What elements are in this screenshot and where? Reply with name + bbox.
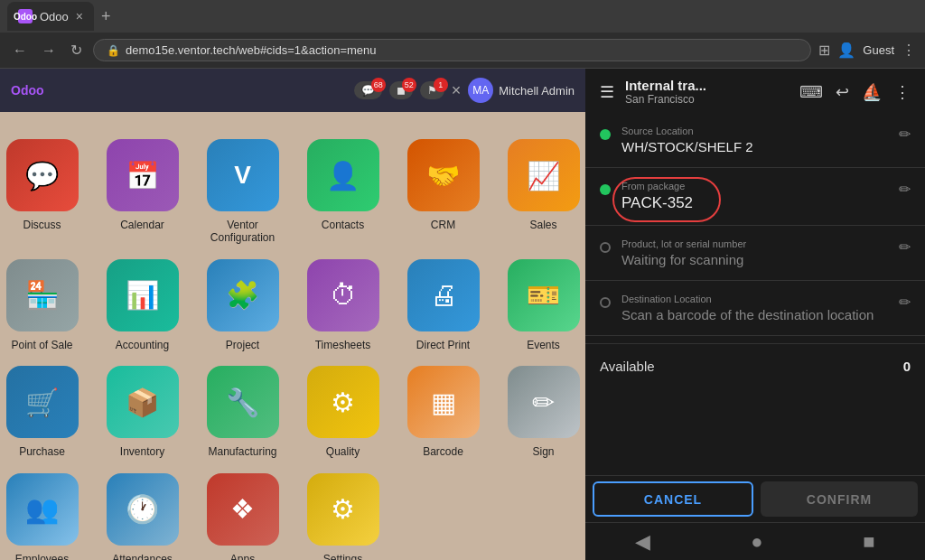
app-icon-calendar[interactable]: 📅Calendar xyxy=(99,139,185,245)
app-icon-discuss[interactable]: 💬Discuss xyxy=(0,139,85,245)
back-arrow-icon[interactable]: ↩ xyxy=(836,82,849,102)
available-row: Available 0 xyxy=(585,343,925,388)
todo-notif[interactable]: ⚑ 1 xyxy=(420,81,444,99)
todo-count: 1 xyxy=(434,78,448,92)
app-icon-accounting[interactable]: 📊Accounting xyxy=(99,259,185,351)
app-icon-purchase[interactable]: 🛒Purchase xyxy=(0,366,85,458)
app-img-project: 🧩 xyxy=(207,259,279,331)
app-icon-inventory[interactable]: 📦Inventory xyxy=(99,366,185,458)
app-icon-project[interactable]: 🧩Project xyxy=(200,259,285,351)
product-content: Product, lot or serial number Waiting fo… xyxy=(621,238,888,267)
odoo-logo: Odoo xyxy=(11,83,44,98)
app-img-manufacturing: 🔧 xyxy=(207,366,279,438)
cancel-button[interactable]: CANCEL xyxy=(593,481,753,517)
notification-area: 💬 68 ◼ 52 ⚑ 1 × MA Mitchell Admin xyxy=(354,78,575,103)
activity-notif[interactable]: ◼ 52 xyxy=(389,81,413,99)
destination-indicator xyxy=(600,297,611,308)
back-btn[interactable]: ← xyxy=(9,39,31,62)
app-label-crm: CRM xyxy=(431,219,455,231)
more-icon[interactable]: ⋮ xyxy=(894,82,911,102)
mobile-panel: ☰ Internal tra... San Francisco ⌨ ↩ ⛵ ⋮ … xyxy=(585,69,925,560)
app-icon-manufacturing[interactable]: 🔧Manufacturing xyxy=(200,366,285,458)
account-icon[interactable]: 👤 xyxy=(837,42,855,59)
app-img-contacts: 👤 xyxy=(307,139,379,211)
address-text: demo15e.ventor.tech/web#cids=1&action=me… xyxy=(126,43,377,57)
product-edit-icon[interactable]: ✏ xyxy=(899,238,911,256)
address-bar[interactable]: 🔒 demo15e.ventor.tech/web#cids=1&action=… xyxy=(93,39,811,61)
mobile-title-area: Internal tra... San Francisco xyxy=(625,78,789,106)
app-icon-sign[interactable]: ✏Sign xyxy=(500,366,585,458)
app-icon-contacts[interactable]: 👤Contacts xyxy=(300,139,386,245)
tab-title: Odoo xyxy=(40,10,69,23)
package-content: From package PACK-352 xyxy=(621,181,888,212)
app-img-sales: 📈 xyxy=(508,139,580,211)
ship-icon[interactable]: ⛵ xyxy=(862,82,882,102)
app-label-quality: Quality xyxy=(326,445,360,458)
app-img-quality: ⚙ xyxy=(307,366,379,438)
user-avatar[interactable]: MA Mitchell Admin xyxy=(468,78,575,103)
app-img-point-of-sale: 🏪 xyxy=(6,259,79,331)
app-grid-container: 💬Discuss📅CalendarVVentor Configuration👤C… xyxy=(0,112,585,560)
app-icon-direct-print[interactable]: 🖨Direct Print xyxy=(400,259,486,351)
lock-icon: 🔒 xyxy=(107,44,120,57)
app-icon-attendances[interactable]: 🕐Attendances xyxy=(99,473,185,560)
account-label: Guest xyxy=(863,43,894,57)
app-img-discuss: 💬 xyxy=(6,139,79,211)
source-content: Source Location WH/STOCK/SHELF 2 xyxy=(621,126,888,154)
odoo-tab[interactable]: Odoo Odoo × xyxy=(7,2,94,31)
mobile-content: Source Location WH/STOCK/SHELF 2 ✏ From … xyxy=(585,113,925,475)
refresh-btn[interactable]: ↻ xyxy=(67,38,86,62)
keyboard-icon[interactable]: ⌨ xyxy=(799,82,823,102)
app-img-direct-print: 🖨 xyxy=(407,259,480,331)
confirm-button[interactable]: CONFIRM xyxy=(761,481,918,517)
extensions-icon[interactable]: ⊞ xyxy=(818,42,830,59)
app-label-contacts: Contacts xyxy=(322,219,364,231)
app-icon-ventor-configuration[interactable]: VVentor Configuration xyxy=(200,139,285,245)
app-icon-barcode[interactable]: ▦Barcode xyxy=(400,366,486,458)
odoo-topbar: Odoo 💬 68 ◼ 52 ⚑ 1 × MA Mitchell Admin xyxy=(0,69,585,112)
source-indicator xyxy=(600,129,611,140)
app-img-ventor-configuration: V xyxy=(207,139,279,211)
app-icon-sales[interactable]: 📈Sales xyxy=(500,139,585,245)
app-img-barcode: ▦ xyxy=(407,366,480,438)
app-icon-events[interactable]: 🎫Events xyxy=(500,259,585,351)
android-home-btn[interactable]: ● xyxy=(751,530,762,554)
app-icon-crm[interactable]: 🤝CRM xyxy=(400,139,486,245)
app-label-sales: Sales xyxy=(529,219,556,231)
app-label-timesheets: Timesheets xyxy=(315,339,371,351)
more-icon[interactable]: ⋮ xyxy=(902,42,916,59)
hamburger-icon[interactable]: ☰ xyxy=(600,82,614,102)
new-tab-btn[interactable]: + xyxy=(101,7,111,26)
app-icon-timesheets[interactable]: ⏱Timesheets xyxy=(300,259,386,351)
nav-actions: ⊞ 👤 Guest ⋮ xyxy=(818,42,916,59)
app-img-timesheets: ⏱ xyxy=(307,259,379,331)
package-value: PACK-352 xyxy=(621,194,888,212)
tab-close-btn[interactable]: × xyxy=(76,9,83,23)
destination-section: Destination Location Scan a barcode of t… xyxy=(585,281,925,336)
app-label-inventory: Inventory xyxy=(120,445,164,458)
close-btn[interactable]: × xyxy=(452,81,462,100)
chat-notif[interactable]: 💬 68 xyxy=(354,81,382,99)
source-value: WH/STOCK/SHELF 2 xyxy=(621,139,888,154)
app-img-employees: 👥 xyxy=(6,473,79,546)
mobile-title: Internal tra... xyxy=(625,78,789,93)
app-img-events: 🎫 xyxy=(508,259,580,331)
destination-content: Destination Location Scan a barcode of t… xyxy=(621,294,888,322)
app-label-accounting: Accounting xyxy=(116,339,169,351)
destination-edit-icon[interactable]: ✏ xyxy=(899,294,911,311)
source-edit-icon[interactable]: ✏ xyxy=(899,126,911,143)
package-edit-icon[interactable]: ✏ xyxy=(899,181,911,198)
tab-bar: Odoo Odoo × + xyxy=(0,0,925,33)
app-icon-settings[interactable]: ⚙Settings xyxy=(300,473,386,560)
app-icon-employees[interactable]: 👥Employees xyxy=(0,473,85,560)
app-label-employees: Employees xyxy=(15,553,69,560)
forward-btn[interactable]: → xyxy=(38,39,60,62)
android-recent-btn[interactable]: ■ xyxy=(863,530,874,554)
app-img-calendar: 📅 xyxy=(107,139,179,211)
android-back-btn[interactable]: ◀ xyxy=(635,530,650,554)
app-icon-apps[interactable]: ❖Apps xyxy=(200,473,285,560)
app-icon-point-of-sale[interactable]: 🏪Point of Sale xyxy=(0,259,85,351)
app-icon-quality[interactable]: ⚙Quality xyxy=(300,366,386,458)
tab-favicon: Odoo xyxy=(18,9,33,23)
available-value: 0 xyxy=(903,359,911,374)
